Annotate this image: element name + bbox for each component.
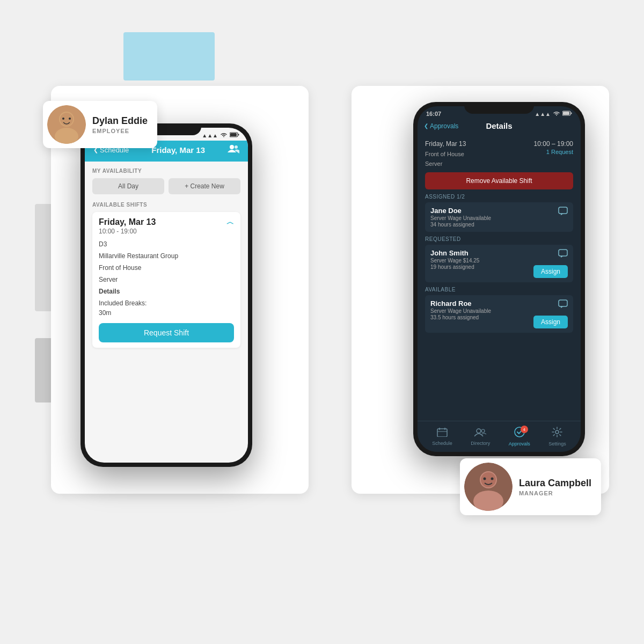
manager-role: MANAGER	[519, 490, 591, 496]
assigned-person-info: Jane Doe Server Wage Unavailable 34 hour…	[430, 207, 491, 228]
requested-person-name: John Smith	[430, 249, 479, 257]
nav-settings[interactable]: Settings	[548, 427, 566, 447]
available-person-card: Richard Roe Server Wage Unavailable 33.5…	[425, 295, 573, 333]
breaks-value: 30m	[99, 309, 111, 317]
employee-avatar	[47, 105, 86, 144]
settings-nav-label: Settings	[548, 441, 566, 447]
svg-rect-13	[563, 112, 569, 115]
requested-chat-icon[interactable]	[558, 249, 568, 261]
assigned-section-label: ASSIGNED 1/2	[425, 194, 573, 200]
shift-position: Server	[99, 275, 234, 284]
decorative-blue-rect	[123, 32, 215, 80]
settings-nav-icon	[552, 427, 562, 440]
breaks-label: Included Breaks:	[99, 299, 147, 307]
employee-profile-info: Dylan Eddie EMPLOYEE	[92, 115, 148, 134]
shift-company: Millarville Restaurant Group	[99, 251, 234, 261]
manager-name: Laura Campbell	[519, 478, 591, 489]
shift-info-top-row: Friday, Mar 13 10:00 – 19:00	[425, 140, 573, 148]
assigned-chat-icon[interactable]	[558, 207, 568, 218]
svg-point-21	[477, 429, 481, 433]
phone-notch-right	[464, 102, 534, 114]
directory-nav-label: Directory	[471, 441, 490, 446]
available-person-top: Richard Roe Server Wage Unavailable 33.5…	[430, 299, 568, 328]
bottom-navigation: Schedule Directory 4 Approvals	[418, 421, 581, 452]
svg-rect-17	[437, 429, 447, 437]
svg-rect-15	[559, 250, 567, 256]
manager-screen: 16:07 ▲▲▲ Approvals Details	[418, 106, 581, 452]
manager-profile-card: Laura Campbell MANAGER	[460, 458, 601, 515]
details-title: Details	[486, 121, 512, 130]
svg-point-5	[69, 118, 71, 120]
right-shift-position: Server	[425, 160, 442, 167]
assigned-person-card: Jane Doe Server Wage Unavailable 34 hour…	[425, 202, 573, 232]
svg-point-29	[483, 478, 486, 480]
employee-name: Dylan Eddie	[92, 115, 148, 127]
shift-time: 10:00 - 19:00	[99, 228, 234, 235]
svg-point-24	[555, 430, 559, 434]
battery-icon-right	[562, 111, 572, 117]
svg-rect-14	[559, 207, 567, 214]
shift-code: D3	[99, 239, 234, 249]
svg-rect-8	[230, 133, 237, 136]
requested-person-actions: Assign	[533, 249, 568, 278]
all-day-button[interactable]: All Day	[92, 178, 164, 194]
svg-rect-7	[238, 134, 239, 136]
available-shifts-label: AVAILABLE SHIFTS	[92, 202, 240, 208]
shift-breaks: Included Breaks: 30m	[99, 298, 234, 318]
battery-icon-left	[230, 132, 239, 138]
assign-button-requested[interactable]: Assign	[533, 265, 568, 278]
svg-rect-12	[571, 113, 572, 114]
nav-approvals[interactable]: 4 Approvals	[509, 427, 530, 447]
shift-card: Friday, Mar 13 ︿ 10:00 - 19:00 D3 Millar…	[92, 212, 240, 348]
request-shift-button[interactable]: Request Shift	[99, 323, 234, 342]
shift-request-count: 1 Request	[546, 149, 573, 168]
manager-avatar	[464, 463, 513, 511]
schedule-nav-label: Schedule	[432, 441, 452, 446]
available-section-label: AVAILABLE	[425, 287, 573, 292]
wifi-icon-left	[220, 132, 228, 138]
chevron-up-icon[interactable]: ︿	[226, 217, 234, 227]
right-shift-dept: Front of House	[425, 151, 464, 157]
right-phone-header: Approvals Details	[418, 119, 581, 135]
header-title-left: Friday, Mar 13	[151, 145, 205, 155]
manager-profile-info: Laura Campbell MANAGER	[519, 478, 591, 496]
requested-person-card: John Smith Server Wage $14.25 19 hours a…	[425, 245, 573, 282]
schedule-nav-icon	[437, 427, 448, 440]
svg-rect-16	[559, 300, 567, 306]
back-button-right[interactable]: Approvals	[424, 122, 458, 130]
available-person-actions: Assign	[533, 299, 568, 328]
right-phone-content: Friday, Mar 13 10:00 – 19:00 Front of Ho…	[418, 135, 581, 341]
right-shift-date: Friday, Mar 13	[425, 140, 466, 148]
manager-phone: 16:07 ▲▲▲ Approvals Details	[413, 102, 585, 456]
nav-schedule[interactable]: Schedule	[432, 427, 452, 446]
available-person-detail2: 33.5 hours assigned	[430, 314, 491, 320]
requested-person-detail2: 19 hours assigned	[430, 264, 479, 270]
status-icons-left: ▲▲▲	[202, 132, 239, 138]
svg-point-22	[481, 429, 485, 433]
directory-nav-icon	[474, 427, 486, 440]
shift-info-bottom-row: Front of House Server 1 Request	[425, 149, 573, 168]
approvals-back-label: Approvals	[430, 122, 458, 130]
left-phone-content: MY AVAILABILITY All Day + Create New AVA…	[85, 162, 248, 354]
assigned-person-detail1: Server Wage Unavailable	[430, 215, 491, 221]
available-chat-icon[interactable]	[558, 299, 568, 311]
my-availability-label: MY AVAILABILITY	[92, 168, 240, 174]
signal-icon-right: ▲▲▲	[535, 111, 551, 117]
requested-person-detail1: Server Wage $14.25	[430, 258, 479, 264]
remove-shift-button[interactable]: Remove Available Shift	[425, 172, 573, 189]
assign-button-available[interactable]: Assign	[533, 316, 568, 328]
shift-date-text: Friday, Mar 13	[99, 217, 156, 227]
requested-person-info: John Smith Server Wage $14.25 19 hours a…	[430, 249, 479, 270]
shift-date-header: Friday, Mar 13 ︿	[99, 217, 234, 227]
assigned-person-detail2: 34 hours assigned	[430, 222, 491, 228]
requested-person-top: John Smith Server Wage $14.25 19 hours a…	[430, 249, 568, 278]
svg-point-9	[230, 145, 234, 149]
employee-profile-card: Dylan Eddie EMPLOYEE	[43, 101, 157, 148]
status-icons-right: ▲▲▲	[535, 111, 572, 117]
nav-directory[interactable]: Directory	[471, 427, 490, 446]
team-icon[interactable]	[228, 144, 239, 156]
employee-role: EMPLOYEE	[92, 128, 148, 134]
create-new-button[interactable]: + Create New	[169, 178, 240, 194]
shift-info-block: Friday, Mar 13 10:00 – 19:00 Front of Ho…	[425, 140, 573, 168]
approvals-badge-count: 4	[521, 426, 528, 433]
